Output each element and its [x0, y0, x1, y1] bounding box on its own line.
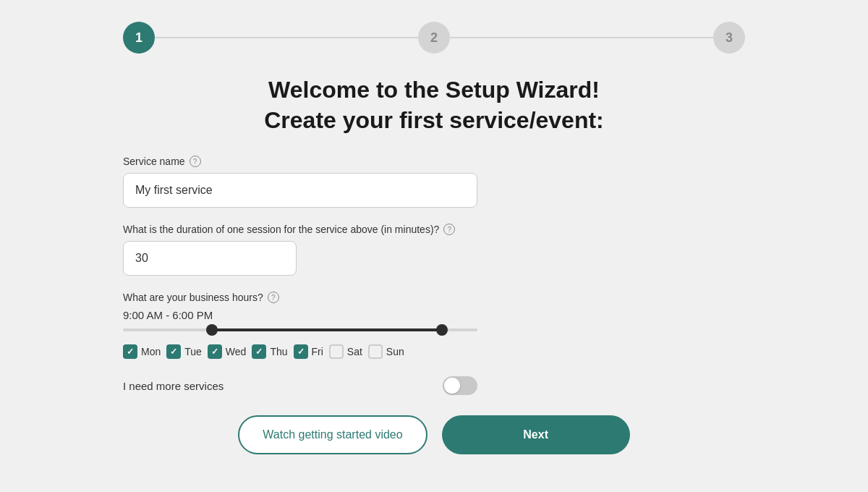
step-1[interactable]: 1	[123, 22, 155, 54]
day-wed-label: Wed	[226, 346, 247, 357]
day-fri-checkbox[interactable]	[294, 344, 308, 359]
step-line-1	[155, 37, 418, 38]
business-hours-label: What are your business hours? ?	[123, 292, 279, 303]
duration-input[interactable]	[123, 241, 297, 276]
day-sun-label: Sun	[386, 346, 404, 357]
day-sat-label: Sat	[347, 346, 362, 357]
watch-video-button[interactable]: Watch getting started video	[238, 415, 427, 454]
day-sat-checkbox[interactable]	[329, 344, 344, 359]
step-2[interactable]: 2	[418, 22, 450, 54]
day-mon-label: Mon	[141, 346, 161, 357]
day-wed-checkbox[interactable]	[208, 344, 222, 359]
hours-help-icon[interactable]: ?	[268, 292, 279, 303]
page-title: Welcome to the Setup Wizard! Create your…	[123, 75, 745, 135]
hours-range-slider[interactable]	[123, 328, 477, 331]
duration-label: What is the duration of one session for …	[123, 224, 455, 235]
next-button[interactable]: Next	[442, 415, 630, 454]
range-thumb-left[interactable]	[206, 324, 218, 336]
more-services-row: I need more services	[123, 376, 477, 395]
stepper: 1 2 3	[123, 22, 745, 54]
page-wrapper: 1 2 3 Welcome to the Setup Wizard! Creat…	[0, 0, 868, 492]
service-name-help-icon[interactable]: ?	[190, 156, 201, 167]
day-mon-checkbox[interactable]	[123, 344, 137, 359]
days-row: Mon Tue Wed Thu Fri Sat	[123, 344, 404, 359]
button-row: Watch getting started video Next	[123, 415, 745, 454]
service-name-label: Service name ?	[123, 156, 201, 167]
day-sun[interactable]: Sun	[368, 344, 404, 359]
day-fri[interactable]: Fri	[294, 344, 323, 359]
day-mon[interactable]: Mon	[123, 344, 161, 359]
more-services-label: I need more services	[123, 380, 224, 392]
step-line-2	[450, 37, 713, 38]
service-name-input[interactable]	[123, 173, 477, 208]
day-fri-label: Fri	[312, 346, 323, 357]
duration-help-icon[interactable]: ?	[443, 224, 455, 235]
day-tue[interactable]: Tue	[166, 344, 202, 359]
day-thu-label: Thu	[270, 346, 287, 357]
day-thu[interactable]: Thu	[252, 344, 287, 359]
day-tue-checkbox[interactable]	[166, 344, 181, 359]
main-content: Welcome to the Setup Wizard! Create your…	[123, 75, 745, 415]
day-wed[interactable]: Wed	[208, 344, 247, 359]
range-track	[123, 328, 477, 331]
day-thu-checkbox[interactable]	[252, 344, 266, 359]
day-sat[interactable]: Sat	[329, 344, 362, 359]
day-sun-checkbox[interactable]	[368, 344, 383, 359]
toggle-knob	[444, 378, 460, 394]
step-3[interactable]: 3	[713, 22, 745, 54]
more-services-toggle[interactable]	[443, 376, 477, 395]
hours-display: 9:00 AM - 6:00 PM	[123, 309, 213, 321]
range-fill	[212, 328, 443, 331]
day-tue-label: Tue	[184, 346, 202, 357]
range-thumb-right[interactable]	[436, 324, 448, 336]
